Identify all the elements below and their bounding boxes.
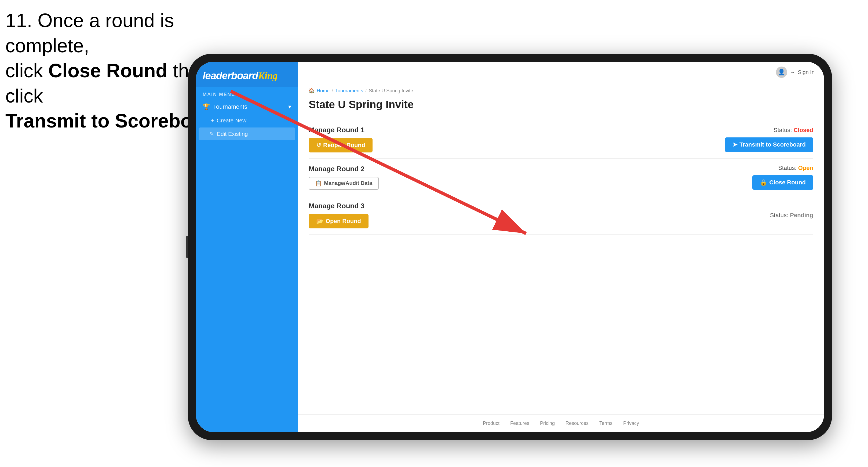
round-2-section: Manage Round 2 📋 Manage/Audit Data Statu…: [309, 159, 813, 196]
breadcrumb-sep-1: /: [332, 88, 333, 94]
footer: Product Features Pricing Resources Terms…: [298, 414, 824, 432]
top-header: 👤 → Sign In: [298, 62, 824, 83]
sidebar-create-label: Create New: [217, 117, 246, 124]
sidebar: leaderboardKing MAIN MENU 🏆 Tournaments …: [196, 62, 298, 432]
round-3-status: Status: Pending: [770, 212, 813, 219]
round-1-section: Manage Round 1 ↺ Reopen Round Status: Cl…: [309, 120, 813, 159]
logo-area: leaderboardKing: [196, 62, 298, 87]
round-2-status: Status: Open: [778, 164, 813, 172]
audit-icon: 📋: [315, 180, 322, 187]
sidebar-edit-label: Edit Existing: [217, 131, 248, 137]
reopen-round-button[interactable]: ↺ Reopen Round: [309, 138, 373, 152]
footer-resources[interactable]: Resources: [565, 421, 589, 426]
reopen-icon: ↺: [316, 142, 321, 149]
logo-leaderboard: leaderboard: [203, 70, 258, 81]
close-round-bold: Close Round: [48, 60, 167, 81]
chevron-down-icon: ▾: [288, 103, 291, 110]
plus-icon: +: [211, 117, 214, 124]
main-content: 👤 → Sign In 🏠 Home / Tournaments /: [298, 62, 824, 432]
breadcrumb: 🏠 Home / Tournaments / State U Spring In…: [298, 83, 824, 96]
reopen-round-label: Reopen Round: [323, 142, 365, 149]
round-1-title: Manage Round 1: [309, 126, 373, 134]
sidebar-edit-existing[interactable]: ✎ Edit Existing: [198, 127, 295, 141]
logo-king: King: [258, 70, 278, 81]
transmit-icon: ➤: [733, 141, 737, 148]
logo: leaderboardKing: [203, 70, 291, 82]
sidebar-item-tournaments[interactable]: 🏆 Tournaments ▾: [196, 100, 298, 114]
manage-audit-label: Manage/Audit Data: [324, 180, 372, 186]
page-title: State U Spring Invite: [309, 98, 813, 111]
footer-pricing[interactable]: Pricing: [540, 421, 555, 426]
footer-privacy[interactable]: Privacy: [623, 421, 639, 426]
round-3-status-value: Pending: [790, 212, 813, 218]
close-round-button[interactable]: 🔒 Close Round: [752, 175, 813, 190]
sign-in-label: Sign In: [798, 69, 814, 75]
transmit-to-scoreboard-label: Transmit to Scoreboard: [739, 141, 806, 148]
tablet-device: leaderboardKing MAIN MENU 🏆 Tournaments …: [188, 54, 832, 440]
sign-in-area[interactable]: 👤 → Sign In: [776, 67, 814, 78]
breadcrumb-home[interactable]: Home: [317, 88, 330, 94]
breadcrumb-tournaments[interactable]: Tournaments: [335, 88, 363, 94]
lock-icon: 🔒: [760, 179, 767, 186]
tablet-side-button: [186, 236, 188, 258]
sidebar-tournaments-label: Tournaments: [213, 103, 247, 110]
breadcrumb-sep-2: /: [365, 88, 367, 94]
sign-in-arrow-icon: →: [790, 69, 795, 75]
tablet-screen: leaderboardKing MAIN MENU 🏆 Tournaments …: [196, 62, 824, 432]
round-1-status: Status: Closed: [774, 127, 813, 134]
sidebar-create-new[interactable]: + Create New: [196, 114, 298, 127]
transmit-to-scoreboard-button[interactable]: ➤ Transmit to Scoreboard: [725, 137, 813, 152]
breadcrumb-current: State U Spring Invite: [369, 88, 413, 94]
manage-audit-data-button[interactable]: 📋 Manage/Audit Data: [309, 177, 379, 190]
open-round-label: Open Round: [326, 218, 361, 225]
round-1-status-value: Closed: [794, 127, 813, 133]
open-round-button[interactable]: 📂 Open Round: [309, 214, 369, 228]
trophy-icon: 🏆: [203, 103, 210, 110]
home-icon: 🏠: [309, 88, 315, 94]
edit-icon: ✎: [209, 131, 214, 137]
round-2-status-value: Open: [798, 164, 813, 171]
close-round-label: Close Round: [769, 179, 806, 186]
round-3-title: Manage Round 3: [309, 202, 369, 210]
page-content: State U Spring Invite Manage Round 1 ↺ R…: [298, 96, 824, 414]
open-icon: 📂: [316, 218, 323, 225]
avatar: 👤: [776, 67, 787, 78]
footer-features[interactable]: Features: [510, 421, 529, 426]
round-3-section: Manage Round 3 📂 Open Round Status: Pend…: [309, 196, 813, 235]
footer-terms[interactable]: Terms: [599, 421, 613, 426]
footer-product[interactable]: Product: [483, 421, 499, 426]
app-container: leaderboardKing MAIN MENU 🏆 Tournaments …: [196, 62, 824, 432]
instruction-line1: 11. Once a round is complete,: [5, 8, 247, 58]
main-menu-label: MAIN MENU: [196, 87, 298, 100]
round-2-title: Manage Round 2: [309, 165, 379, 173]
